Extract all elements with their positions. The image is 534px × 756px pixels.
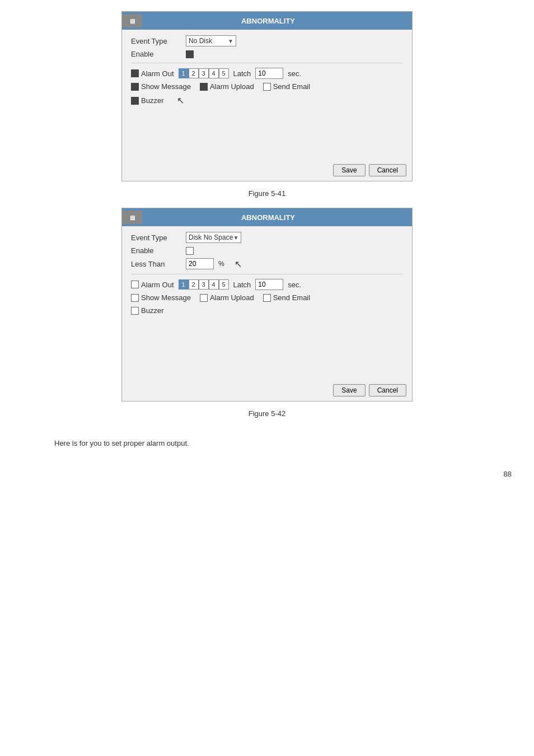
figure2-num-btns: 1 2 3 4 5 <box>179 279 229 290</box>
figure1-show-message-group: Show Message <box>131 82 191 91</box>
figure1-sec-label: sec. <box>288 69 301 78</box>
figure1-dropdown-arrow: ▼ <box>228 38 233 44</box>
figure2-event-type-label: Event Type <box>131 234 181 242</box>
figure1-buzzer-group: Buzzer <box>131 96 163 105</box>
figure1-show-message-checkbox[interactable] <box>131 83 139 91</box>
figure1-send-email-label: Send Email <box>273 82 310 91</box>
figure2-show-message-checkbox[interactable] <box>131 294 139 302</box>
figure1-num-btn-1[interactable]: 1 <box>179 68 189 78</box>
figure1-send-email-checkbox[interactable] <box>263 83 271 91</box>
figure1-body: Event Type No Disk ▼ Enable Alarm Out <box>122 30 412 160</box>
figure2-buzzer-row: Buzzer <box>131 306 403 315</box>
figure2-show-message-label: Show Message <box>141 293 191 302</box>
figure2-alarm-out-checkbox[interactable] <box>131 281 139 288</box>
figure1-alarm-upload-label: Alarm Upload <box>210 82 254 91</box>
figure1-enable-label: Enable <box>131 50 181 58</box>
figure1-num-btns: 1 2 3 4 5 <box>179 68 229 78</box>
figure1-panel: ▤ ABNORMALITY Event Type No Disk ▼ Enabl… <box>121 11 413 181</box>
figure2-body: Event Type Disk No Space ▼ Enable Less T… <box>122 226 412 380</box>
figure2-num-btn-5[interactable]: 5 <box>219 279 229 290</box>
figure1-enable-checkbox[interactable] <box>186 50 194 58</box>
figure2-percent-label: % <box>218 260 224 268</box>
figure2-latch-input[interactable] <box>255 279 283 290</box>
figure2-show-message-group: Show Message <box>131 293 191 302</box>
figure2-num-btn-4[interactable]: 4 <box>209 279 219 290</box>
figure1-buzzer-checkbox[interactable] <box>131 97 139 105</box>
figure1-divider <box>131 63 403 63</box>
figure2-divider <box>131 274 403 274</box>
figure2-cursor-icon: ↖ <box>235 259 242 269</box>
figure2-latch-label: Latch <box>233 281 251 289</box>
figure2-alarm-upload-label: Alarm Upload <box>210 293 254 302</box>
figure1-alarm-out-checkbox[interactable] <box>131 69 139 77</box>
figure1-num-btn-5[interactable]: 5 <box>219 68 229 78</box>
figure1-caption: Figure 5-41 <box>249 189 285 198</box>
figure2-alarm-out-label: Alarm Out <box>141 281 174 289</box>
figure1-cancel-button[interactable]: Cancel <box>369 164 406 176</box>
figure2-title: ABNORMALITY <box>144 213 412 222</box>
figure1-buzzer-label: Buzzer <box>141 96 163 105</box>
figure1-event-type-label: Event Type <box>131 37 181 45</box>
figure1-enable-row: Enable <box>131 50 403 58</box>
figure2-less-than-label: Less Than <box>131 260 181 268</box>
figure2-num-btn-1[interactable]: 1 <box>179 279 189 290</box>
figure2-spacer <box>131 318 403 374</box>
page-number: 88 <box>504 470 512 478</box>
figure1-event-type-row: Event Type No Disk ▼ <box>131 35 403 46</box>
figure2-options-row: Show Message Alarm Upload Send Email <box>131 293 403 302</box>
figure2-enable-checkbox[interactable] <box>186 247 194 255</box>
figure1-event-type-dropdown[interactable]: No Disk ▼ <box>186 35 236 46</box>
figure2-panel: ▤ ABNORMALITY Event Type Disk No Space ▼… <box>121 208 413 402</box>
figure2-send-email-label: Send Email <box>273 293 310 302</box>
bottom-text: Here is for you to set proper alarm outp… <box>43 439 491 447</box>
figure1-title: ABNORMALITY <box>144 17 412 25</box>
figure2-less-than-input[interactable] <box>186 258 214 269</box>
figure1-send-email-group: Send Email <box>263 82 310 91</box>
figure2-alarm-out-group: Alarm Out <box>131 281 174 289</box>
figure2-event-type-row: Event Type Disk No Space ▼ <box>131 232 403 243</box>
figure1-num-btn-4[interactable]: 4 <box>209 68 219 78</box>
figure1-alarm-out-label: Alarm Out <box>141 69 174 78</box>
figure2-buzzer-checkbox[interactable] <box>131 307 139 315</box>
figure1-header: ▤ ABNORMALITY <box>122 12 412 30</box>
figure1-alarm-upload-checkbox[interactable] <box>200 83 208 91</box>
figure1-cursor-icon: ↖ <box>177 95 184 106</box>
figure1-alarm-out-row: Alarm Out 1 2 3 4 5 Latch sec. <box>131 68 403 79</box>
figure1-buzzer-row: Buzzer ↖ <box>131 95 403 106</box>
figure1-event-type-value: No Disk <box>189 37 212 45</box>
figure2-dropdown-arrow: ▼ <box>233 235 238 241</box>
figure2-alarm-upload-group: Alarm Upload <box>200 293 254 302</box>
figure2-header-icon-symbol: ▤ <box>130 214 135 221</box>
figure1-save-button[interactable]: Save <box>333 164 365 176</box>
figure1-header-icon: ▤ <box>122 14 142 27</box>
figure2-cancel-button[interactable]: Cancel <box>369 384 406 396</box>
figure2-save-button[interactable]: Save <box>333 384 365 396</box>
figure2-buzzer-label: Buzzer <box>141 306 163 315</box>
figure2-send-email-group: Send Email <box>263 293 310 302</box>
figure2-alarm-out-row: Alarm Out 1 2 3 4 5 Latch sec. <box>131 279 403 290</box>
figure1-show-message-label: Show Message <box>141 82 191 91</box>
figure2-event-type-dropdown[interactable]: Disk No Space ▼ <box>186 232 241 243</box>
figure2-num-btn-2[interactable]: 2 <box>189 279 199 290</box>
figure1-num-btn-2[interactable]: 2 <box>189 68 199 78</box>
figure1-alarm-upload-group: Alarm Upload <box>200 82 254 91</box>
figure2-buzzer-group: Buzzer <box>131 306 163 315</box>
figure2-event-type-value: Disk No Space <box>189 234 233 241</box>
figure1-latch-input[interactable] <box>255 68 283 79</box>
figure1-num-btn-3[interactable]: 3 <box>199 68 209 78</box>
figure2-send-email-checkbox[interactable] <box>263 294 271 302</box>
figure1-alarm-out-group: Alarm Out <box>131 69 174 78</box>
header-icon-symbol: ▤ <box>130 18 135 24</box>
figure2-sec-label: sec. <box>288 281 301 289</box>
figure1-latch-label: Latch <box>233 69 251 78</box>
figure1-footer: Save Cancel <box>122 160 412 181</box>
figure2-num-btn-3[interactable]: 3 <box>199 279 209 290</box>
figure2-less-than-row: Less Than % ↖ <box>131 258 403 269</box>
figure2-header-icon: ▤ <box>122 211 142 224</box>
figure2-enable-label: Enable <box>131 246 181 255</box>
figure2-alarm-upload-checkbox[interactable] <box>200 294 208 302</box>
figure1-spacer <box>131 109 403 154</box>
figure1-options-row: Show Message Alarm Upload Send Email <box>131 82 403 91</box>
figure2-enable-row: Enable <box>131 246 403 255</box>
figure2-footer: Save Cancel <box>122 380 412 401</box>
